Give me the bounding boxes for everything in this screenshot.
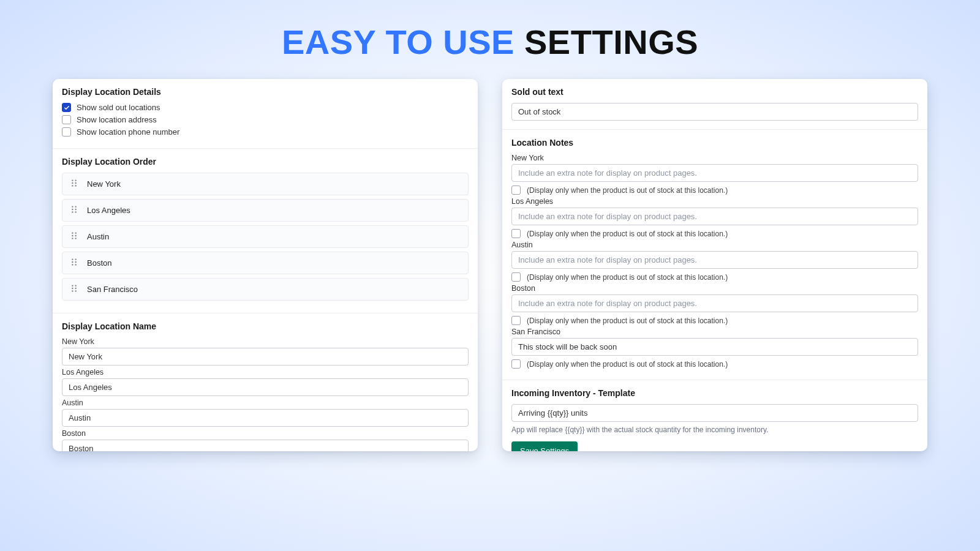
- svg-point-4: [72, 185, 73, 186]
- note-location-label: Austin: [511, 241, 918, 249]
- svg-point-5: [75, 185, 76, 186]
- sold-out-text-input[interactable]: [511, 103, 918, 121]
- note-display-only-label: (Display only when the product is out of…: [527, 317, 728, 325]
- svg-point-28: [72, 290, 73, 291]
- option-label: Show location phone number: [77, 127, 179, 137]
- svg-point-8: [72, 209, 73, 210]
- svg-point-25: [75, 285, 76, 286]
- save-settings-button[interactable]: Save Settings: [511, 441, 578, 451]
- location-name-input[interactable]: [62, 348, 469, 365]
- note-display-only-label: (Display only when the product is out of…: [527, 186, 728, 195]
- svg-point-19: [75, 258, 76, 260]
- svg-point-21: [75, 261, 76, 263]
- note-input[interactable]: [511, 338, 918, 356]
- note-display-only-row[interactable]: (Display only when the product is out of…: [511, 272, 918, 282]
- location-name-input[interactable]: [62, 409, 469, 427]
- svg-point-1: [75, 179, 76, 181]
- note-display-only-row[interactable]: (Display only when the product is out of…: [511, 359, 918, 369]
- location-order-item[interactable]: Boston: [62, 252, 469, 274]
- checkbox-icon[interactable]: [511, 229, 521, 238]
- location-order-item[interactable]: San Francisco: [62, 278, 469, 301]
- note-location-label: San Francisco: [511, 328, 918, 336]
- location-name: Los Angeles: [87, 206, 130, 215]
- location-order-item[interactable]: Austin: [62, 225, 469, 248]
- detail-option[interactable]: Show location address: [62, 115, 469, 124]
- display-location-name-section: Display Location Name New YorkLos Angele…: [53, 313, 478, 451]
- location-name-input[interactable]: [62, 440, 469, 451]
- svg-point-27: [75, 288, 76, 289]
- svg-point-15: [75, 235, 76, 236]
- note-display-only-label: (Display only when the product is out of…: [527, 273, 728, 282]
- svg-point-14: [72, 235, 73, 236]
- note-input[interactable]: [511, 208, 918, 225]
- svg-point-6: [72, 206, 73, 207]
- checkbox-icon[interactable]: [62, 103, 71, 112]
- location-notes-section: Location Notes New York(Display only whe…: [502, 130, 927, 380]
- drag-handle-icon[interactable]: [70, 179, 78, 189]
- checkbox-icon[interactable]: [62, 115, 71, 124]
- svg-point-9: [75, 209, 76, 210]
- incoming-hint: App will replace {{qty}} with the actual…: [511, 425, 918, 434]
- svg-point-17: [75, 238, 76, 239]
- title-accent: EASY TO USE: [282, 23, 514, 61]
- note-display-only-label: (Display only when the product is out of…: [527, 360, 728, 369]
- location-name: Austin: [87, 232, 109, 241]
- svg-point-10: [72, 211, 73, 212]
- detail-option[interactable]: Show location phone number: [62, 127, 469, 137]
- note-location-label: New York: [511, 154, 918, 162]
- svg-point-18: [72, 258, 73, 260]
- svg-point-22: [72, 264, 73, 265]
- svg-point-26: [72, 288, 73, 289]
- page-title: EASY TO USE SETTINGS: [0, 0, 980, 68]
- note-location-label: Boston: [511, 284, 918, 293]
- location-name-label: Los Angeles: [62, 368, 469, 377]
- incoming-template-input[interactable]: [511, 404, 918, 422]
- location-name: New York: [87, 179, 121, 189]
- title-rest: SETTINGS: [524, 23, 698, 61]
- note-display-only-label: (Display only when the product is out of…: [527, 230, 728, 238]
- display-location-details-section: Display Location Details Show sold out l…: [53, 79, 478, 149]
- note-location-label: Los Angeles: [511, 197, 918, 206]
- note-display-only-row[interactable]: (Display only when the product is out of…: [511, 186, 918, 195]
- location-name: San Francisco: [87, 285, 138, 294]
- svg-point-24: [72, 285, 73, 286]
- note-display-only-row[interactable]: (Display only when the product is out of…: [511, 229, 918, 238]
- incoming-inventory-section: Incoming Inventory - Template App will r…: [502, 380, 927, 451]
- location-name-label: Boston: [62, 429, 469, 438]
- note-input[interactable]: [511, 164, 918, 182]
- svg-point-11: [75, 211, 76, 212]
- section-title: Display Location Details: [62, 87, 469, 97]
- section-title: Sold out text: [511, 87, 918, 97]
- section-title: Display Location Order: [62, 157, 469, 167]
- svg-point-0: [72, 179, 73, 181]
- drag-handle-icon[interactable]: [70, 258, 78, 268]
- checkbox-icon[interactable]: [62, 127, 71, 137]
- checkbox-icon[interactable]: [511, 316, 521, 325]
- location-name-label: Austin: [62, 399, 469, 407]
- section-title: Location Notes: [511, 138, 918, 148]
- drag-handle-icon[interactable]: [70, 231, 78, 242]
- drag-handle-icon[interactable]: [70, 205, 78, 216]
- location-order-item[interactable]: Los Angeles: [62, 199, 469, 222]
- svg-point-3: [75, 182, 76, 184]
- section-title: Display Location Name: [62, 321, 469, 331]
- location-name-input[interactable]: [62, 378, 469, 396]
- note-input[interactable]: [511, 294, 918, 312]
- left-panel: Display Location Details Show sold out l…: [53, 79, 478, 451]
- checkbox-icon[interactable]: [511, 272, 521, 282]
- svg-point-20: [72, 261, 73, 263]
- note-display-only-row[interactable]: (Display only when the product is out of…: [511, 316, 918, 325]
- checkbox-icon[interactable]: [511, 186, 521, 195]
- option-label: Show location address: [77, 115, 157, 124]
- drag-handle-icon[interactable]: [70, 284, 78, 294]
- detail-option[interactable]: Show sold out locations: [62, 103, 469, 112]
- svg-point-23: [75, 264, 76, 265]
- right-panel: Sold out text Location Notes New York(Di…: [502, 79, 927, 451]
- svg-point-13: [75, 232, 76, 233]
- svg-point-12: [72, 232, 73, 233]
- location-order-item[interactable]: New York: [62, 173, 469, 195]
- note-input[interactable]: [511, 251, 918, 269]
- section-title: Incoming Inventory - Template: [511, 388, 918, 398]
- checkbox-icon[interactable]: [511, 359, 521, 369]
- location-name-label: New York: [62, 337, 469, 346]
